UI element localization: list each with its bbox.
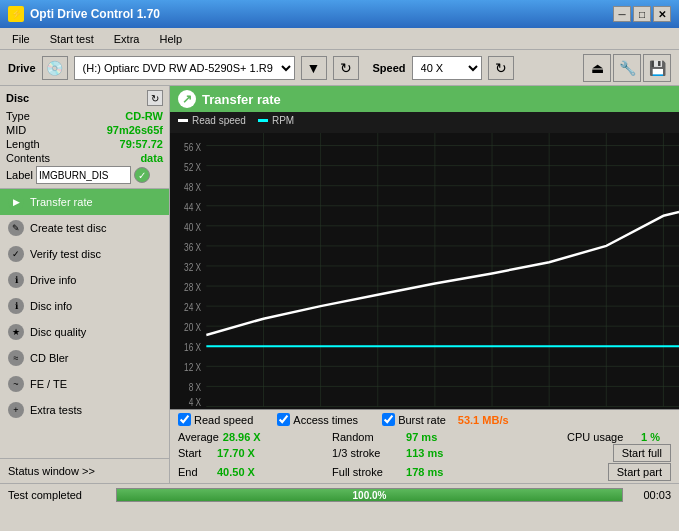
nav-drive-info[interactable]: ℹ Drive info [0,267,169,293]
legend-text-read-speed: Read speed [192,115,246,126]
stats-row-2: Start 17.70 X 1/3 stroke 113 ms Start fu… [178,444,671,462]
start-full-button[interactable]: Start full [613,444,671,462]
menu-help[interactable]: Help [151,31,190,47]
nav-icon-disc-quality: ★ [8,324,24,340]
start-part-button[interactable]: Start part [608,463,671,481]
titlebar: ⚡ Opti Drive Control 1.70 ─ □ ✕ [0,0,679,28]
svg-text:56 X: 56 X [184,142,201,153]
stats-start: Start 17.70 X [178,447,332,459]
stats-end: End 40.50 X [178,466,332,478]
checkbox-burst-rate[interactable] [382,413,395,426]
drive-arrow-btn[interactable]: ▼ [301,56,327,80]
svg-text:40 X: 40 X [184,222,201,233]
nav-fe-te[interactable]: ~ FE / TE [0,371,169,397]
nav-icon-extra-tests: + [8,402,24,418]
nav-disc-info[interactable]: ℹ Disc info [0,293,169,319]
cb-access-times-label: Access times [293,414,358,426]
stats-stroke13: 1/3 stroke 113 ms [332,447,486,459]
config-btn[interactable]: 🔧 [613,54,641,82]
statusbar: Test completed 100.0% 00:03 [0,483,679,505]
drive-label: Drive [8,62,36,74]
nav-icon-fe-te: ~ [8,376,24,392]
nav-extra-tests[interactable]: + Extra tests [0,397,169,423]
titlebar-buttons[interactable]: ─ □ ✕ [613,6,671,22]
disc-label-input[interactable] [36,166,131,184]
stats-start-part: Start part [486,463,671,481]
app-icon: ⚡ [8,6,24,22]
nav-disc-quality[interactable]: ★ Disc quality [0,319,169,345]
menu-start-test[interactable]: Start test [42,31,102,47]
checkbox-access-times[interactable] [277,413,290,426]
burst-value: 53.1 MB/s [458,414,509,426]
chart-svg: 56 X 52 X 48 X 44 X 40 X 36 X 32 X 28 X … [170,133,679,409]
cb-access-times[interactable]: Access times [277,413,358,426]
nav-icon-cd-bler: ≈ [8,350,24,366]
nav-create-test-disc[interactable]: ✎ Create test disc [0,215,169,241]
save-btn[interactable]: 💾 [643,54,671,82]
legend-dot-rpm [258,119,268,122]
menubar: File Start test Extra Help [0,28,679,50]
close-button[interactable]: ✕ [653,6,671,22]
checkbox-read-speed[interactable] [178,413,191,426]
progress-bar-container: 100.0% [116,488,623,502]
legend-text-rpm: RPM [272,115,294,126]
average-label: Average [178,431,219,443]
drive-select[interactable]: (H:) Optiarc DVD RW AD-5290S+ 1.R9 [74,56,295,80]
main-area: Disc ↻ Type CD-RW MID 97m26s65f Length 7… [0,86,679,483]
svg-text:44 X: 44 X [184,202,201,213]
svg-text:4 X: 4 X [189,398,201,409]
drive-refresh-btn[interactable]: ↻ [333,56,359,80]
nav-icon-drive-info: ℹ [8,272,24,288]
nav-label-disc-info: Disc info [30,300,72,312]
cb-read-speed[interactable]: Read speed [178,413,253,426]
nav-verify-test-disc[interactable]: ✓ Verify test disc [0,241,169,267]
nav-transfer-rate[interactable]: ▶ Transfer rate [0,189,169,215]
maximize-button[interactable]: □ [633,6,651,22]
stats-table: Average 28.96 X Random 97 ms CPU usage 1… [170,429,679,483]
disc-type-row: Type CD-RW [6,110,163,122]
status-window-label: Status window >> [8,465,95,477]
drive-icon: 💿 [42,56,68,80]
svg-text:16 X: 16 X [184,343,201,354]
svg-rect-0 [170,133,679,409]
menu-file[interactable]: File [4,31,38,47]
nav-cd-bler[interactable]: ≈ CD Bler [0,345,169,371]
disc-refresh-btn[interactable]: ↻ [147,90,163,106]
nav-label-transfer-rate: Transfer rate [30,196,93,208]
titlebar-title: Opti Drive Control 1.70 [30,7,160,21]
speed-label: Speed [373,62,406,74]
eject-btn[interactable]: ⏏ [583,54,611,82]
stats-cpu: CPU usage 1 % [486,431,671,443]
start-value: 17.70 X [217,447,267,459]
disc-contents-value: data [140,152,163,164]
right-panel: ↗ Transfer rate Read speed RPM [170,86,679,483]
nav-label-fe-te: FE / TE [30,378,67,390]
disc-contents-label: Contents [6,152,50,164]
speed-select[interactable]: 40 X [412,56,482,80]
speed-apply-btn[interactable]: ↻ [488,56,514,80]
disc-mid-row: MID 97m26s65f [6,124,163,136]
end-value: 40.50 X [217,466,267,478]
disc-title: Disc [6,92,29,104]
svg-text:28 X: 28 X [184,282,201,293]
disc-label-icon[interactable]: ✓ [134,167,150,183]
nav-icon-create-test-disc: ✎ [8,220,24,236]
cb-burst-rate[interactable]: Burst rate [382,413,446,426]
menu-extra[interactable]: Extra [106,31,148,47]
minimize-button[interactable]: ─ [613,6,631,22]
svg-text:24 X: 24 X [184,302,201,313]
cpu-label: CPU usage [567,431,637,443]
svg-text:32 X: 32 X [184,262,201,273]
nav-label-create-test-disc: Create test disc [30,222,106,234]
disc-type-value: CD-RW [125,110,163,122]
status-window-btn[interactable]: Status window >> [0,458,169,483]
svg-text:20 X: 20 X [184,323,201,334]
disc-header: Disc ↻ [6,90,163,106]
disc-mid-value: 97m26s65f [107,124,163,136]
nav-icon-verify-test-disc: ✓ [8,246,24,262]
cb-read-speed-label: Read speed [194,414,253,426]
legend-read-speed: Read speed [178,115,246,126]
nav-label-extra-tests: Extra tests [30,404,82,416]
svg-text:12 X: 12 X [184,363,201,374]
stats-row-1: Average 28.96 X Random 97 ms CPU usage 1… [178,431,671,443]
